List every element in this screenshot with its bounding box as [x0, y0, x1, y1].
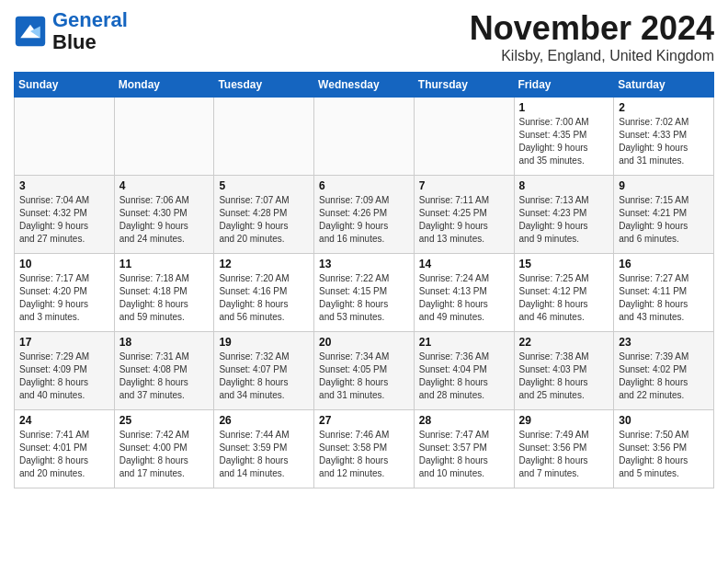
calendar-cell: 9Sunrise: 7:15 AM Sunset: 4:21 PM Daylig… [614, 176, 714, 254]
day-number: 20 [319, 336, 409, 349]
calendar-cell: 17Sunrise: 7:29 AM Sunset: 4:09 PM Dayli… [15, 332, 115, 410]
calendar-cell: 12Sunrise: 7:20 AM Sunset: 4:16 PM Dayli… [214, 254, 314, 332]
logo: General Blue [14, 9, 128, 53]
calendar-cell [314, 98, 415, 176]
day-info: Sunrise: 7:11 AM Sunset: 4:25 PM Dayligh… [419, 194, 509, 246]
day-number: 30 [619, 414, 709, 427]
calendar-cell: 3Sunrise: 7:04 AM Sunset: 4:32 PM Daylig… [15, 176, 115, 254]
calendar-cell [114, 98, 214, 176]
day-number: 18 [119, 336, 210, 349]
calendar-cell: 11Sunrise: 7:18 AM Sunset: 4:18 PM Dayli… [114, 254, 214, 332]
logo-text: General Blue [52, 9, 128, 53]
calendar-cell: 2Sunrise: 7:02 AM Sunset: 4:33 PM Daylig… [614, 98, 714, 176]
weekday-header-thursday: Thursday [414, 73, 514, 98]
day-info: Sunrise: 7:46 AM Sunset: 3:58 PM Dayligh… [319, 429, 409, 480]
day-number: 5 [219, 179, 309, 192]
day-info: Sunrise: 7:29 AM Sunset: 4:09 PM Dayligh… [19, 350, 109, 402]
day-number: 3 [19, 179, 109, 192]
day-number: 24 [19, 414, 109, 427]
calendar-cell: 20Sunrise: 7:34 AM Sunset: 4:05 PM Dayli… [314, 332, 415, 410]
day-number: 9 [619, 179, 709, 192]
calendar-cell: 15Sunrise: 7:25 AM Sunset: 4:12 PM Dayli… [514, 254, 614, 332]
day-number: 17 [19, 336, 109, 349]
day-number: 26 [219, 414, 309, 427]
day-info: Sunrise: 7:41 AM Sunset: 4:01 PM Dayligh… [19, 429, 109, 480]
day-number: 28 [419, 414, 509, 427]
day-info: Sunrise: 7:39 AM Sunset: 4:02 PM Dayligh… [619, 350, 709, 402]
calendar-cell: 13Sunrise: 7:22 AM Sunset: 4:15 PM Dayli… [314, 254, 415, 332]
day-number: 11 [119, 258, 210, 270]
day-info: Sunrise: 7:18 AM Sunset: 4:18 PM Dayligh… [119, 272, 210, 324]
month-title: November 2024 [470, 9, 714, 48]
weekday-header-friday: Friday [514, 73, 614, 98]
day-info: Sunrise: 7:04 AM Sunset: 4:32 PM Dayligh… [19, 194, 109, 246]
calendar-cell: 28Sunrise: 7:47 AM Sunset: 3:57 PM Dayli… [414, 410, 514, 488]
calendar-cell: 19Sunrise: 7:32 AM Sunset: 4:07 PM Dayli… [214, 332, 314, 410]
weekday-header-row: SundayMondayTuesdayWednesdayThursdayFrid… [15, 73, 714, 98]
calendar-table: SundayMondayTuesdayWednesdayThursdayFrid… [14, 72, 714, 488]
day-number: 10 [19, 258, 109, 270]
day-info: Sunrise: 7:44 AM Sunset: 3:59 PM Dayligh… [219, 429, 309, 480]
calendar-cell: 14Sunrise: 7:24 AM Sunset: 4:13 PM Dayli… [414, 254, 514, 332]
calendar-cell: 10Sunrise: 7:17 AM Sunset: 4:20 PM Dayli… [15, 254, 115, 332]
location: Kilsby, England, United Kingdom [470, 48, 714, 64]
day-info: Sunrise: 7:25 AM Sunset: 4:12 PM Dayligh… [519, 272, 609, 324]
day-info: Sunrise: 7:17 AM Sunset: 4:20 PM Dayligh… [19, 272, 109, 324]
calendar-cell: 16Sunrise: 7:27 AM Sunset: 4:11 PM Dayli… [614, 254, 714, 332]
day-info: Sunrise: 7:02 AM Sunset: 4:33 PM Dayligh… [619, 116, 709, 167]
day-number: 23 [619, 336, 709, 349]
page-header: General Blue November 2024 Kilsby, Engla… [14, 9, 714, 64]
day-number: 12 [219, 258, 309, 270]
calendar-body: 1Sunrise: 7:00 AM Sunset: 4:35 PM Daylig… [15, 98, 714, 488]
day-info: Sunrise: 7:38 AM Sunset: 4:03 PM Dayligh… [519, 350, 609, 402]
day-info: Sunrise: 7:24 AM Sunset: 4:13 PM Dayligh… [419, 272, 509, 324]
day-number: 2 [619, 101, 709, 114]
day-number: 21 [419, 336, 509, 349]
weekday-header-sunday: Sunday [15, 73, 115, 98]
day-number: 19 [219, 336, 309, 349]
title-area: November 2024 Kilsby, England, United Ki… [470, 9, 714, 64]
day-number: 14 [419, 258, 509, 270]
calendar-week-1: 1Sunrise: 7:00 AM Sunset: 4:35 PM Daylig… [15, 98, 714, 176]
calendar-cell: 30Sunrise: 7:50 AM Sunset: 3:56 PM Dayli… [614, 410, 714, 488]
calendar-cell: 7Sunrise: 7:11 AM Sunset: 4:25 PM Daylig… [414, 176, 514, 254]
calendar-cell: 23Sunrise: 7:39 AM Sunset: 4:02 PM Dayli… [614, 332, 714, 410]
day-info: Sunrise: 7:22 AM Sunset: 4:15 PM Dayligh… [319, 272, 409, 324]
calendar-cell: 1Sunrise: 7:00 AM Sunset: 4:35 PM Daylig… [514, 98, 614, 176]
day-info: Sunrise: 7:13 AM Sunset: 4:23 PM Dayligh… [519, 194, 609, 246]
day-info: Sunrise: 7:50 AM Sunset: 3:56 PM Dayligh… [619, 429, 709, 480]
calendar-cell: 29Sunrise: 7:49 AM Sunset: 3:56 PM Dayli… [514, 410, 614, 488]
weekday-header-saturday: Saturday [614, 73, 714, 98]
calendar-cell [414, 98, 514, 176]
day-info: Sunrise: 7:47 AM Sunset: 3:57 PM Dayligh… [419, 429, 509, 480]
day-number: 25 [119, 414, 210, 427]
day-info: Sunrise: 7:42 AM Sunset: 4:00 PM Dayligh… [119, 429, 210, 480]
day-info: Sunrise: 7:15 AM Sunset: 4:21 PM Dayligh… [619, 194, 709, 246]
day-number: 16 [619, 258, 709, 270]
calendar-cell: 18Sunrise: 7:31 AM Sunset: 4:08 PM Dayli… [114, 332, 214, 410]
calendar-cell: 26Sunrise: 7:44 AM Sunset: 3:59 PM Dayli… [214, 410, 314, 488]
calendar-cell [15, 98, 115, 176]
calendar-cell [214, 98, 314, 176]
day-info: Sunrise: 7:20 AM Sunset: 4:16 PM Dayligh… [219, 272, 309, 324]
day-info: Sunrise: 7:00 AM Sunset: 4:35 PM Dayligh… [519, 116, 609, 167]
day-info: Sunrise: 7:36 AM Sunset: 4:04 PM Dayligh… [419, 350, 509, 402]
day-info: Sunrise: 7:27 AM Sunset: 4:11 PM Dayligh… [619, 272, 709, 324]
day-info: Sunrise: 7:34 AM Sunset: 4:05 PM Dayligh… [319, 350, 409, 402]
day-number: 13 [319, 258, 409, 270]
weekday-header-tuesday: Tuesday [214, 73, 314, 98]
calendar-week-2: 3Sunrise: 7:04 AM Sunset: 4:32 PM Daylig… [15, 176, 714, 254]
calendar-cell: 24Sunrise: 7:41 AM Sunset: 4:01 PM Dayli… [15, 410, 115, 488]
calendar-cell: 5Sunrise: 7:07 AM Sunset: 4:28 PM Daylig… [214, 176, 314, 254]
day-info: Sunrise: 7:32 AM Sunset: 4:07 PM Dayligh… [219, 350, 309, 402]
day-number: 6 [319, 179, 409, 192]
logo-icon [14, 15, 47, 48]
weekday-header-wednesday: Wednesday [314, 73, 415, 98]
day-number: 7 [419, 179, 509, 192]
calendar-cell: 22Sunrise: 7:38 AM Sunset: 4:03 PM Dayli… [514, 332, 614, 410]
calendar-cell: 6Sunrise: 7:09 AM Sunset: 4:26 PM Daylig… [314, 176, 415, 254]
day-info: Sunrise: 7:07 AM Sunset: 4:28 PM Dayligh… [219, 194, 309, 246]
calendar-week-3: 10Sunrise: 7:17 AM Sunset: 4:20 PM Dayli… [15, 254, 714, 332]
day-number: 8 [519, 179, 609, 192]
day-number: 1 [519, 101, 609, 114]
